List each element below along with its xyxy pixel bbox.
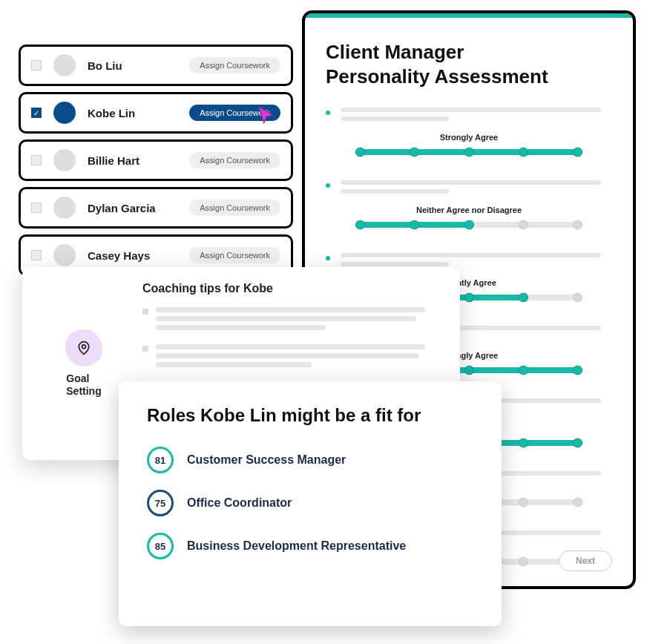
assign-coursework-button[interactable]: Assign Coursework [189,57,280,73]
slider-dot[interactable] [410,148,419,157]
roles-title: Roles Kobe Lin might be a fit for [147,405,473,426]
avatar [53,197,76,219]
slider-dot[interactable] [410,220,419,230]
checkbox[interactable] [31,60,42,70]
slider-dot[interactable] [573,498,582,507]
avatar [53,102,76,124]
role-label: Customer Success Manager [187,453,346,467]
slider-dot[interactable] [464,366,474,375]
user-list-panel: Bo Liu Assign Coursework ✓ Kobe Lin Assi… [19,45,293,282]
roles-panel: Roles Kobe Lin might be a fit for 81 Cus… [119,381,502,626]
likert-slider[interactable] [355,146,582,158]
user-row[interactable]: Bo Liu Assign Coursework [19,45,293,86]
answer-label: Neither Agree nor Disagree [326,206,612,214]
slider-dot[interactable] [519,220,528,230]
avatar [53,54,76,76]
user-row[interactable]: Billie Hart Assign Coursework [19,139,293,181]
tip-item [142,307,439,334]
slider-dot[interactable] [519,293,528,303]
user-row[interactable]: Dylan Garcia Assign Coursework [19,187,293,229]
user-name: Billie Hart [88,154,177,167]
role-label: Office Coordinator [187,496,292,510]
slider-dot[interactable] [573,366,582,375]
slider-dot[interactable] [573,148,582,157]
likert-slider[interactable] [355,219,582,231]
checkbox[interactable] [31,155,42,165]
user-row[interactable]: ✓ Kobe Lin Assign Coursework [19,92,293,134]
assign-coursework-button[interactable]: Assign Coursework [189,247,280,263]
user-name: Kobe Lin [88,107,177,119]
tip-item [142,344,439,371]
slider-dot[interactable] [519,366,528,375]
checkbox[interactable] [31,250,42,260]
score-circle: 85 [147,533,174,559]
progress-bar [305,13,633,18]
slider-dot[interactable] [519,438,528,448]
answer-label: Strongly Agree [326,133,612,142]
goal-blob-icon [65,329,102,367]
checkbox[interactable] [31,203,42,213]
bullet-icon [326,256,330,260]
user-name: Casey Hays [88,249,177,262]
role-label: Business Development Representative [187,539,406,553]
assign-coursework-button[interactable]: Assign Coursework [189,152,280,168]
assessment-title: Client Manager Personality Assessment [326,40,612,88]
slider-dot[interactable] [355,220,365,230]
slider-dot[interactable] [355,148,365,157]
assign-coursework-button[interactable]: Assign Coursework [189,200,280,216]
slider-dot[interactable] [464,148,474,157]
user-name: Dylan Garcia [88,202,177,214]
score-circle: 75 [147,490,174,516]
role-item[interactable]: 85 Business Development Representative [147,533,473,559]
coaching-title: Coaching tips for Kobe [142,282,439,295]
slider-dot[interactable] [519,498,528,507]
role-item[interactable]: 81 Customer Success Manager [147,447,473,473]
question-block: Strongly Agree [326,108,612,158]
cursor-icon [257,105,276,125]
slider-dot[interactable] [573,220,582,230]
avatar [53,244,76,266]
slider-dot[interactable] [519,148,528,157]
checkbox[interactable]: ✓ [31,108,42,118]
question-block: Neither Agree nor Disagree [326,180,612,231]
coaching-category: Goal Setting [66,372,101,398]
avatar [53,149,76,171]
user-name: Bo Liu [88,59,177,72]
bullet-icon [326,183,330,188]
svg-point-0 [82,345,86,349]
bullet-icon [326,111,330,115]
slider-dot[interactable] [573,293,582,303]
slider-dot[interactable] [464,293,474,303]
next-button[interactable]: Next [559,551,612,571]
slider-dot[interactable] [573,438,582,448]
score-circle: 81 [147,447,174,473]
slider-dot[interactable] [519,557,528,567]
role-item[interactable]: 75 Office Coordinator [147,490,473,516]
slider-dot[interactable] [464,220,474,230]
